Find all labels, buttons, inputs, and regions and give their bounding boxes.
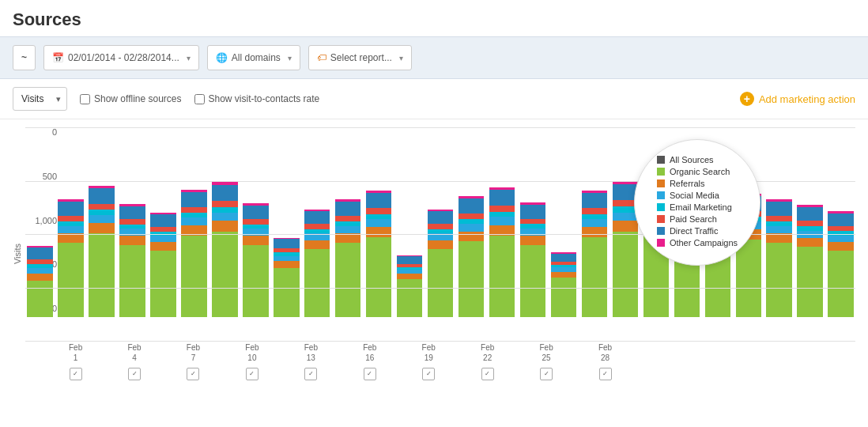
calendar-marker-icon[interactable]: ✓ xyxy=(70,368,82,380)
bar-group xyxy=(179,190,209,317)
calendar-marker-icon[interactable]: ✓ xyxy=(599,368,612,380)
x-label xyxy=(561,342,591,363)
x-label: Feb25 xyxy=(532,342,561,363)
bar-group xyxy=(488,187,517,317)
bar-segment-organic xyxy=(274,268,300,317)
calendar-marker-icon[interactable]: ✓ xyxy=(364,368,376,380)
metric-select-wrapper[interactable]: Visits xyxy=(13,87,67,111)
bar-segment-referrals xyxy=(335,233,361,243)
bar-segment-social xyxy=(274,256,300,262)
bar-segment-organic xyxy=(366,237,392,317)
x-label: Feb16 xyxy=(355,342,384,363)
bar-segment-social xyxy=(520,229,546,236)
legend-item[interactable]: Organic Search xyxy=(657,167,738,176)
x-icon-cell xyxy=(708,366,738,380)
bar-segment-email xyxy=(489,212,515,217)
bar-segment-organic xyxy=(27,281,53,317)
bar-segment-referrals xyxy=(428,240,454,249)
bar-segment-direct xyxy=(304,211,330,224)
bar-segment-referrals xyxy=(58,233,84,243)
bar-segment-social xyxy=(27,268,53,274)
visit-contacts-checkbox[interactable] xyxy=(194,94,205,104)
legend-item[interactable]: Other Campaigns xyxy=(657,238,738,248)
y-axis-label: Visits xyxy=(13,244,22,264)
domain-button[interactable]: 🌐 All domains ▾ xyxy=(207,45,300,70)
chart-wrapper: 2,000 1,500 1,000 500 0 xyxy=(25,127,855,380)
report-button[interactable]: 🏷 Select report... ▾ xyxy=(308,45,412,70)
x-label xyxy=(502,342,531,363)
offline-sources-checkbox-label[interactable]: Show offline sources xyxy=(80,93,182,104)
bar-segment-organic xyxy=(582,237,608,317)
x-icon-cell xyxy=(767,366,796,380)
bar-segment-social xyxy=(181,217,207,225)
bar-segment-referrals xyxy=(797,238,823,247)
bar-segment-paid xyxy=(582,208,608,214)
calendar-marker-icon[interactable]: ✓ xyxy=(304,368,317,380)
bar-segment-direct xyxy=(582,193,608,208)
offline-sources-checkbox[interactable] xyxy=(80,94,90,104)
page-title: Sources xyxy=(0,0,868,36)
pulse-icon: ~ xyxy=(21,52,27,63)
bar-segment-organic xyxy=(243,245,269,317)
pulse-button[interactable]: ~ xyxy=(13,45,36,70)
legend-label: Social Media xyxy=(670,191,719,200)
calendar-marker-icon[interactable]: ✓ xyxy=(540,368,553,380)
bar-group xyxy=(303,210,332,317)
metric-select[interactable]: Visits xyxy=(13,87,67,111)
add-marketing-button[interactable]: + Add marketing action xyxy=(740,92,855,106)
bar-segment-organic xyxy=(119,245,145,317)
bar-segment-referrals xyxy=(551,272,577,278)
x-label xyxy=(738,342,767,363)
x-label xyxy=(708,342,738,363)
bar-segment-paid xyxy=(243,219,269,225)
bar-segment-organic xyxy=(766,243,792,317)
bar-group xyxy=(241,203,270,317)
report-label: Select report... xyxy=(330,52,392,63)
calendar-marker-icon[interactable]: ✓ xyxy=(422,368,435,380)
bar-segment-direct xyxy=(551,254,577,262)
bar-segment-referrals xyxy=(212,221,238,232)
bar-segment-social xyxy=(58,226,84,234)
legend-item[interactable]: Direct Traffic xyxy=(657,226,738,236)
bar-segment-social xyxy=(766,226,792,234)
x-icon-cell xyxy=(502,366,531,380)
x-icon-cell: ✓ xyxy=(296,366,326,380)
x-label: Feb13 xyxy=(296,342,326,363)
legend-item[interactable]: Referrals xyxy=(657,179,738,188)
legend-item[interactable]: All Sources xyxy=(657,155,738,164)
visit-contacts-checkbox-label[interactable]: Show visit-to-contacts rate xyxy=(194,93,320,104)
bar-group xyxy=(87,186,116,317)
bar-group xyxy=(210,182,240,317)
bar-segment-organic xyxy=(397,279,423,317)
bar-segment-referrals xyxy=(274,261,300,267)
bar-segment-direct xyxy=(243,206,269,219)
x-icon-cell: ✓ xyxy=(532,366,561,380)
calendar-marker-icon[interactable]: ✓ xyxy=(128,368,141,380)
x-label xyxy=(826,342,855,363)
bar-segment-social xyxy=(428,233,454,240)
x-icon-cell xyxy=(90,366,119,380)
legend-dot xyxy=(657,203,665,211)
bar-segment-paid xyxy=(520,219,546,225)
bar-segment-paid xyxy=(459,214,485,219)
bar-group xyxy=(795,205,825,317)
legend-item[interactable]: Social Media xyxy=(657,191,738,200)
x-label xyxy=(767,342,796,363)
legend-item[interactable]: Paid Search xyxy=(657,214,738,224)
bar-segment-referrals xyxy=(119,236,145,244)
date-range-button[interactable]: 📅 02/01/2014 - 02/28/2014... ▾ xyxy=(43,45,199,70)
bar-segment-referrals xyxy=(828,242,854,251)
calendar-marker-icon[interactable]: ✓ xyxy=(187,368,199,380)
x-label xyxy=(679,342,708,363)
legend-item[interactable]: Email Marketing xyxy=(657,202,738,212)
calendar-marker-icon[interactable]: ✓ xyxy=(246,368,259,380)
x-label xyxy=(208,342,237,363)
bar-segment-paid xyxy=(212,201,238,207)
bar-segment-organic xyxy=(828,251,854,317)
globe-icon: 🌐 xyxy=(216,52,228,63)
bar-segment-referrals xyxy=(520,236,546,245)
bar-segment-direct xyxy=(150,214,176,227)
calendar-marker-icon[interactable]: ✓ xyxy=(481,368,494,380)
x-icon-cell xyxy=(620,366,649,380)
x-icon-cell: ✓ xyxy=(414,366,443,380)
